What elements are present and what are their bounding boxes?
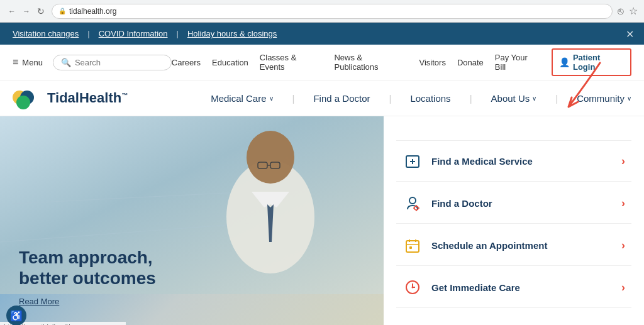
hero-title: Team approach, better outcomes [19, 247, 156, 289]
classes-events-link[interactable]: Classes & Events [260, 53, 323, 72]
about-us-chevron: ∨ [532, 95, 536, 102]
utility-nav: ≡ Menu 🔍 Careers Education Classes & Eve… [0, 45, 644, 80]
logo-name: TidalHealth [47, 90, 121, 106]
hero-image: Team approach, better outcomes Read More… [0, 116, 384, 325]
news-publications-link[interactable]: News & Publications [334, 53, 408, 72]
refresh-button[interactable]: ↻ [35, 6, 47, 17]
pay-bill-link[interactable]: Pay Your Bill [495, 53, 540, 72]
utility-links: Careers Education Classes & Events News … [172, 48, 631, 76]
share-icon[interactable]: ⎋ [618, 6, 624, 17]
logo-tm: ™ [121, 92, 128, 99]
quick-links: Find a Medical Service › Find a Doctor › [384, 116, 644, 325]
find-doctor-label: Find a Doctor [313, 93, 370, 104]
community-label: Community [577, 93, 625, 104]
main-nav: TidalHealth™ Medical Care ∨ | Find a Doc… [0, 80, 644, 116]
find-doctor-item[interactable]: Find a Doctor › [396, 183, 631, 224]
address-bar[interactable]: 🔒 tidalhealth.org [52, 4, 613, 19]
community-chevron: ∨ [627, 95, 631, 102]
logo-area[interactable]: TidalHealth™ [13, 88, 128, 108]
browser-chrome: ← → ↻ 🔒 tidalhealth.org ⎋ ☆ [0, 0, 644, 23]
nav-about-us[interactable]: About Us ∨ [491, 93, 537, 104]
nav-locations[interactable]: Locations [410, 93, 450, 104]
visitation-changes-link[interactable]: Visitation changes [13, 29, 79, 38]
svg-rect-17 [406, 241, 419, 252]
menu-label: Menu [22, 58, 43, 67]
immediate-care-icon [402, 277, 423, 297]
browser-nav-buttons: ← → ↻ [6, 6, 47, 17]
visitors-link[interactable]: Visitors [419, 58, 446, 67]
svg-rect-21 [409, 246, 412, 249]
hamburger-menu[interactable]: ≡ Menu [13, 57, 43, 68]
nav-separator-1: | [292, 93, 295, 104]
svg-point-4 [247, 131, 294, 184]
medical-service-icon [402, 151, 423, 171]
back-button[interactable]: ← [6, 6, 18, 17]
svg-point-11 [409, 197, 416, 204]
nav-separator-4: | [555, 93, 558, 104]
immediate-care-item[interactable]: Get Immediate Care › [396, 267, 631, 308]
find-doctor-arrow: › [621, 197, 625, 210]
education-link[interactable]: Education [212, 58, 248, 67]
immediate-care-label: Get Immediate Care [431, 282, 613, 293]
search-input[interactable] [75, 58, 163, 67]
lock-icon: 🔒 [58, 8, 66, 14]
logo-text: TidalHealth™ [47, 90, 128, 106]
patient-login-button[interactable]: 👤 Patient Login [552, 48, 631, 76]
main-nav-links: Medical Care ∨ | Find a Doctor | Locatio… [211, 93, 631, 104]
forward-button[interactable]: → [21, 6, 32, 17]
nav-separator-2: | [389, 93, 392, 104]
accessibility-icon: ♿ [10, 310, 23, 322]
schedule-appointment-label: Schedule an Appointment [431, 240, 613, 251]
holiday-hours-link[interactable]: Holiday hours & closings [187, 29, 277, 38]
covid-info-link[interactable]: COVID Information [99, 29, 168, 38]
find-medical-service-item[interactable]: Find a Medical Service › [396, 140, 631, 182]
person-icon: 👤 [559, 57, 570, 67]
careers-link[interactable]: Careers [172, 58, 201, 67]
hamburger-icon: ≡ [13, 57, 18, 68]
hero-title-line2: better outcomes [19, 268, 156, 288]
alert-bar: Visitation changes | COVID Information |… [0, 23, 644, 45]
schedule-appointment-arrow: › [621, 239, 625, 252]
find-doctor-icon [402, 193, 423, 213]
medical-care-label: Medical Care [211, 93, 266, 104]
read-more-link[interactable]: Read More [19, 297, 59, 306]
hero-text-overlay: Team approach, better outcomes Read More [19, 247, 156, 307]
search-box[interactable]: 🔍 [53, 55, 172, 70]
find-doctor-label: Find a Doctor [431, 198, 613, 209]
nav-medical-care[interactable]: Medical Care ∨ [211, 93, 273, 104]
find-medical-service-arrow: › [621, 155, 625, 168]
nav-community[interactable]: Community ∨ [577, 93, 631, 104]
about-us-label: About Us [491, 93, 530, 104]
nav-find-doctor[interactable]: Find a Doctor [313, 93, 370, 104]
search-icon: 🔍 [61, 58, 71, 67]
find-medical-service-label: Find a Medical Service [431, 156, 613, 167]
accessibility-button[interactable]: ♿ [6, 306, 26, 325]
logo-circle-green [16, 96, 30, 109]
schedule-appointment-item[interactable]: Schedule an Appointment › [396, 225, 631, 266]
browser-actions: ⎋ ☆ [618, 5, 638, 17]
patient-login-label: Patient Login [573, 53, 624, 72]
separator-1: | [87, 29, 89, 38]
hero-title-line1: Team approach, [19, 248, 153, 267]
hero-section: Team approach, better outcomes Read More… [0, 116, 644, 325]
schedule-icon [402, 235, 423, 255]
nav-separator-3: | [470, 93, 472, 104]
immediate-care-arrow: › [621, 281, 625, 294]
logo-circles [13, 88, 41, 108]
donate-link[interactable]: Donate [457, 58, 484, 67]
locations-label: Locations [410, 93, 450, 104]
medical-care-chevron: ∨ [269, 95, 274, 102]
url-text: tidalhealth.org [69, 7, 116, 16]
close-icon[interactable]: ✕ [626, 28, 634, 40]
bookmark-icon[interactable]: ☆ [629, 5, 638, 17]
separator-2: | [177, 29, 179, 38]
